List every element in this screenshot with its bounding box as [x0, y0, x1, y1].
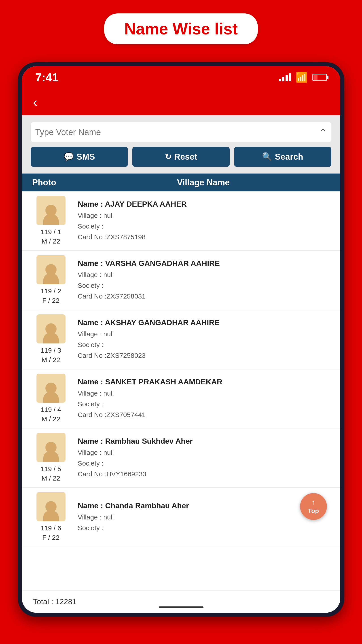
total-count: Total : 12281 — [33, 597, 77, 606]
voter-photo-col: 119 / 3M / 22 — [28, 314, 73, 364]
voter-village: Village : null — [78, 388, 334, 399]
voter-photo-col: 119 / 6F / 22 — [28, 492, 73, 542]
voter-info: Name : Rambhau Sukhdev Aher Village : nu… — [73, 437, 334, 480]
table-row[interactable]: 119 / 5M / 22 Name : Rambhau Sukhdev Ahe… — [22, 428, 340, 488]
status-time: 7:41 — [35, 71, 58, 84]
voter-society: Society : — [78, 399, 334, 410]
voter-society: Society : — [78, 221, 334, 232]
voter-name: Name : Chanda Rambhau Aher — [78, 501, 334, 510]
voter-village: Village : null — [78, 512, 334, 522]
voter-village: Village : null — [78, 329, 334, 340]
app-header: ‹ — [22, 88, 340, 116]
voter-number: 119 / 6F / 22 — [41, 524, 61, 542]
table-header: Photo Village Name — [22, 174, 340, 192]
top-fab-button[interactable]: ↑ Top — [300, 493, 327, 520]
search-label: Search — [275, 152, 303, 162]
sms-label: SMS — [76, 152, 95, 162]
voter-number: 119 / 3M / 22 — [41, 346, 61, 364]
avatar — [36, 374, 66, 403]
home-indicator — [159, 606, 204, 608]
reset-button[interactable]: ↻ Reset — [132, 147, 230, 167]
voter-village: Village : null — [78, 210, 334, 221]
voter-info: Name : VARSHA GANGADHAR AAHIRE Village :… — [73, 259, 334, 302]
top-fab-label: Top — [308, 507, 319, 514]
avatar — [36, 255, 66, 284]
voter-name: Name : Rambhau Sukhdev Aher — [78, 437, 334, 446]
status-bar: 7:41 📶 — [22, 66, 340, 88]
status-icons: 📶 — [279, 72, 327, 83]
wifi-icon: 📶 — [296, 72, 308, 83]
tablet-frame: 7:41 📶 ‹ — [18, 62, 344, 617]
voter-info: Name : SANKET PRAKASH AAMDEKAR Village :… — [73, 378, 334, 420]
voter-photo-col: 119 / 4M / 22 — [28, 374, 73, 424]
signal-icon — [279, 73, 291, 82]
search-icon: 🔍 — [262, 152, 272, 162]
voter-society: Society : — [78, 340, 334, 350]
voter-photo-col: 119 / 1M / 22 — [28, 196, 73, 246]
voter-society: Society : — [78, 458, 334, 469]
voter-name: Name : SANKET PRAKASH AAMDEKAR — [78, 378, 334, 386]
table-row[interactable]: 119 / 4M / 22 Name : SANKET PRAKASH AAMD… — [22, 369, 340, 428]
top-arrow-icon: ↑ — [312, 498, 316, 506]
sms-icon: 💬 — [64, 152, 74, 162]
voter-info: Name : AKSHAY GANGADHAR AAHIRE Village :… — [73, 318, 334, 361]
voter-name: Name : AJAY DEEPKA AAHER — [78, 200, 334, 208]
village-col-header: Village Name — [67, 178, 340, 188]
voter-card: Card No :ZXS7258023 — [78, 350, 334, 361]
avatar — [36, 492, 66, 521]
table-row[interactable]: 119 / 3M / 22 Name : AKSHAY GANGADHAR AA… — [22, 310, 340, 369]
bottom-bar: Total : 12281 — [22, 590, 340, 613]
voter-name: Name : VARSHA GANGADHAR AAHIRE — [78, 259, 334, 268]
voter-number: 119 / 1M / 22 — [41, 227, 61, 246]
voter-society: Society : — [78, 522, 334, 533]
voter-name: Name : AKSHAY GANGADHAR AAHIRE — [78, 318, 334, 327]
voter-village: Village : null — [78, 447, 334, 458]
voter-number: 119 / 5M / 22 — [41, 464, 61, 483]
table-row[interactable]: 119 / 6F / 22 Name : Chanda Rambhau Aher… — [22, 488, 340, 547]
reset-label: Reset — [174, 152, 198, 162]
voter-number: 119 / 2F / 22 — [41, 286, 61, 305]
avatar — [36, 314, 66, 344]
voter-name-input[interactable] — [35, 128, 319, 137]
content-area: ⌃ 💬 SMS ↻ Reset 🔍 Search — [22, 116, 340, 613]
page-title: Name Wise list — [124, 20, 238, 38]
voter-card: Card No :HVY1669233 — [78, 469, 334, 480]
tablet-screen: 7:41 📶 ‹ — [22, 66, 340, 613]
search-section: ⌃ 💬 SMS ↻ Reset 🔍 Search — [22, 116, 340, 174]
photo-col-header: Photo — [22, 178, 67, 188]
avatar — [36, 433, 66, 462]
chevron-up-icon: ⌃ — [319, 127, 327, 137]
table-row[interactable]: 119 / 1M / 22 Name : AJAY DEEPKA AAHER V… — [22, 192, 340, 251]
voter-card: Card No :ZXS7057441 — [78, 410, 334, 420]
sms-button[interactable]: 💬 SMS — [31, 147, 128, 167]
reset-icon: ↻ — [165, 152, 172, 162]
voter-photo-col: 119 / 5M / 22 — [28, 433, 73, 483]
avatar — [36, 196, 66, 225]
voter-card: Card No :ZXS7258031 — [78, 291, 334, 302]
search-button[interactable]: 🔍 Search — [234, 147, 331, 167]
voter-number: 119 / 4M / 22 — [41, 405, 61, 424]
search-input-row: ⌃ — [31, 122, 331, 142]
voter-info: Name : Chanda Rambhau Aher Village : nul… — [73, 501, 334, 533]
button-row: 💬 SMS ↻ Reset 🔍 Search — [31, 147, 331, 167]
voter-info: Name : AJAY DEEPKA AAHER Village : null … — [73, 200, 334, 242]
battery-icon — [312, 74, 327, 81]
back-button[interactable]: ‹ — [33, 94, 38, 110]
voter-photo-col: 119 / 2F / 22 — [28, 255, 73, 305]
voter-society: Society : — [78, 280, 334, 291]
voter-card: Card No :ZXS7875198 — [78, 232, 334, 242]
page-title-wrapper: Name Wise list — [104, 14, 258, 44]
voter-village: Village : null — [78, 270, 334, 280]
voter-list: 119 / 1M / 22 Name : AJAY DEEPKA AAHER V… — [22, 192, 340, 590]
table-row[interactable]: 119 / 2F / 22 Name : VARSHA GANGADHAR AA… — [22, 251, 340, 310]
